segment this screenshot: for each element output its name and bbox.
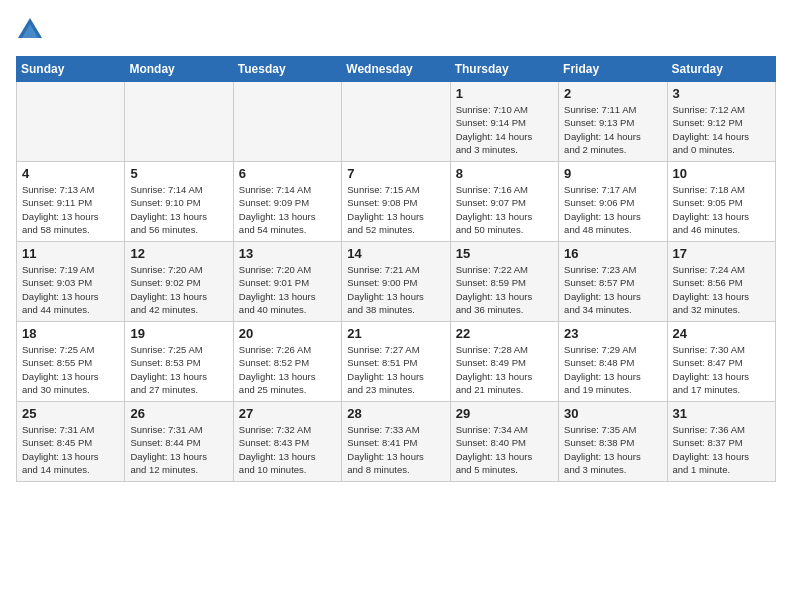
calendar-cell: 5Sunrise: 7:14 AM Sunset: 9:10 PM Daylig… [125,162,233,242]
calendar-cell: 26Sunrise: 7:31 AM Sunset: 8:44 PM Dayli… [125,402,233,482]
day-number: 5 [130,166,227,181]
calendar-cell: 7Sunrise: 7:15 AM Sunset: 9:08 PM Daylig… [342,162,450,242]
calendar-cell: 8Sunrise: 7:16 AM Sunset: 9:07 PM Daylig… [450,162,558,242]
week-row-1: 4Sunrise: 7:13 AM Sunset: 9:11 PM Daylig… [17,162,776,242]
calendar-cell [17,82,125,162]
calendar-cell: 28Sunrise: 7:33 AM Sunset: 8:41 PM Dayli… [342,402,450,482]
calendar-cell: 23Sunrise: 7:29 AM Sunset: 8:48 PM Dayli… [559,322,667,402]
day-number: 14 [347,246,444,261]
day-info: Sunrise: 7:18 AM Sunset: 9:05 PM Dayligh… [673,183,770,236]
day-number: 26 [130,406,227,421]
day-info: Sunrise: 7:20 AM Sunset: 9:01 PM Dayligh… [239,263,336,316]
header-day-monday: Monday [125,57,233,82]
day-number: 6 [239,166,336,181]
day-number: 7 [347,166,444,181]
day-number: 31 [673,406,770,421]
calendar-cell: 19Sunrise: 7:25 AM Sunset: 8:53 PM Dayli… [125,322,233,402]
calendar-cell: 11Sunrise: 7:19 AM Sunset: 9:03 PM Dayli… [17,242,125,322]
calendar-cell: 29Sunrise: 7:34 AM Sunset: 8:40 PM Dayli… [450,402,558,482]
day-number: 4 [22,166,119,181]
header-day-friday: Friday [559,57,667,82]
calendar-cell: 31Sunrise: 7:36 AM Sunset: 8:37 PM Dayli… [667,402,775,482]
day-number: 10 [673,166,770,181]
day-number: 27 [239,406,336,421]
day-info: Sunrise: 7:25 AM Sunset: 8:55 PM Dayligh… [22,343,119,396]
week-row-2: 11Sunrise: 7:19 AM Sunset: 9:03 PM Dayli… [17,242,776,322]
day-info: Sunrise: 7:21 AM Sunset: 9:00 PM Dayligh… [347,263,444,316]
calendar-cell: 10Sunrise: 7:18 AM Sunset: 9:05 PM Dayli… [667,162,775,242]
day-info: Sunrise: 7:33 AM Sunset: 8:41 PM Dayligh… [347,423,444,476]
calendar-cell: 17Sunrise: 7:24 AM Sunset: 8:56 PM Dayli… [667,242,775,322]
header-row: SundayMondayTuesdayWednesdayThursdayFrid… [17,57,776,82]
day-number: 20 [239,326,336,341]
calendar-table: SundayMondayTuesdayWednesdayThursdayFrid… [16,56,776,482]
day-number: 19 [130,326,227,341]
day-info: Sunrise: 7:25 AM Sunset: 8:53 PM Dayligh… [130,343,227,396]
week-row-4: 25Sunrise: 7:31 AM Sunset: 8:45 PM Dayli… [17,402,776,482]
calendar-cell: 30Sunrise: 7:35 AM Sunset: 8:38 PM Dayli… [559,402,667,482]
calendar-cell: 1Sunrise: 7:10 AM Sunset: 9:14 PM Daylig… [450,82,558,162]
day-number: 30 [564,406,661,421]
day-number: 8 [456,166,553,181]
day-info: Sunrise: 7:20 AM Sunset: 9:02 PM Dayligh… [130,263,227,316]
day-info: Sunrise: 7:22 AM Sunset: 8:59 PM Dayligh… [456,263,553,316]
calendar-cell: 25Sunrise: 7:31 AM Sunset: 8:45 PM Dayli… [17,402,125,482]
day-info: Sunrise: 7:16 AM Sunset: 9:07 PM Dayligh… [456,183,553,236]
day-number: 22 [456,326,553,341]
calendar-cell [342,82,450,162]
day-number: 17 [673,246,770,261]
day-number: 16 [564,246,661,261]
day-info: Sunrise: 7:10 AM Sunset: 9:14 PM Dayligh… [456,103,553,156]
logo-icon [16,16,44,44]
calendar-cell: 2Sunrise: 7:11 AM Sunset: 9:13 PM Daylig… [559,82,667,162]
day-info: Sunrise: 7:24 AM Sunset: 8:56 PM Dayligh… [673,263,770,316]
day-info: Sunrise: 7:14 AM Sunset: 9:09 PM Dayligh… [239,183,336,236]
day-info: Sunrise: 7:31 AM Sunset: 8:45 PM Dayligh… [22,423,119,476]
day-number: 25 [22,406,119,421]
calendar-cell: 20Sunrise: 7:26 AM Sunset: 8:52 PM Dayli… [233,322,341,402]
calendar-cell: 3Sunrise: 7:12 AM Sunset: 9:12 PM Daylig… [667,82,775,162]
day-info: Sunrise: 7:19 AM Sunset: 9:03 PM Dayligh… [22,263,119,316]
calendar-cell: 18Sunrise: 7:25 AM Sunset: 8:55 PM Dayli… [17,322,125,402]
day-number: 21 [347,326,444,341]
calendar-cell: 4Sunrise: 7:13 AM Sunset: 9:11 PM Daylig… [17,162,125,242]
day-number: 12 [130,246,227,261]
day-info: Sunrise: 7:11 AM Sunset: 9:13 PM Dayligh… [564,103,661,156]
day-info: Sunrise: 7:14 AM Sunset: 9:10 PM Dayligh… [130,183,227,236]
day-info: Sunrise: 7:26 AM Sunset: 8:52 PM Dayligh… [239,343,336,396]
day-info: Sunrise: 7:29 AM Sunset: 8:48 PM Dayligh… [564,343,661,396]
day-info: Sunrise: 7:32 AM Sunset: 8:43 PM Dayligh… [239,423,336,476]
week-row-3: 18Sunrise: 7:25 AM Sunset: 8:55 PM Dayli… [17,322,776,402]
day-number: 9 [564,166,661,181]
calendar-cell: 24Sunrise: 7:30 AM Sunset: 8:47 PM Dayli… [667,322,775,402]
header-day-tuesday: Tuesday [233,57,341,82]
calendar-cell: 21Sunrise: 7:27 AM Sunset: 8:51 PM Dayli… [342,322,450,402]
header-day-thursday: Thursday [450,57,558,82]
day-info: Sunrise: 7:27 AM Sunset: 8:51 PM Dayligh… [347,343,444,396]
page-header [16,16,776,44]
calendar-cell: 6Sunrise: 7:14 AM Sunset: 9:09 PM Daylig… [233,162,341,242]
day-info: Sunrise: 7:17 AM Sunset: 9:06 PM Dayligh… [564,183,661,236]
day-info: Sunrise: 7:12 AM Sunset: 9:12 PM Dayligh… [673,103,770,156]
header-day-sunday: Sunday [17,57,125,82]
day-number: 28 [347,406,444,421]
day-number: 24 [673,326,770,341]
header-day-saturday: Saturday [667,57,775,82]
day-info: Sunrise: 7:23 AM Sunset: 8:57 PM Dayligh… [564,263,661,316]
calendar-cell: 15Sunrise: 7:22 AM Sunset: 8:59 PM Dayli… [450,242,558,322]
day-info: Sunrise: 7:28 AM Sunset: 8:49 PM Dayligh… [456,343,553,396]
day-number: 29 [456,406,553,421]
calendar-cell [233,82,341,162]
calendar-body: 1Sunrise: 7:10 AM Sunset: 9:14 PM Daylig… [17,82,776,482]
day-info: Sunrise: 7:35 AM Sunset: 8:38 PM Dayligh… [564,423,661,476]
logo [16,16,46,44]
calendar-cell [125,82,233,162]
day-number: 18 [22,326,119,341]
calendar-cell: 27Sunrise: 7:32 AM Sunset: 8:43 PM Dayli… [233,402,341,482]
day-number: 15 [456,246,553,261]
header-day-wednesday: Wednesday [342,57,450,82]
day-info: Sunrise: 7:36 AM Sunset: 8:37 PM Dayligh… [673,423,770,476]
day-info: Sunrise: 7:30 AM Sunset: 8:47 PM Dayligh… [673,343,770,396]
calendar-cell: 9Sunrise: 7:17 AM Sunset: 9:06 PM Daylig… [559,162,667,242]
calendar-cell: 12Sunrise: 7:20 AM Sunset: 9:02 PM Dayli… [125,242,233,322]
